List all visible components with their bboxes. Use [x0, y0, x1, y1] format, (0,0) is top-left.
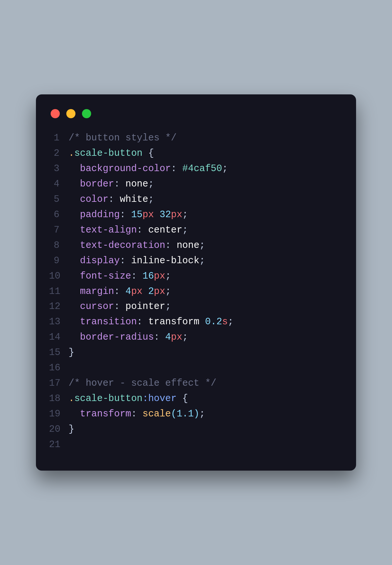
- token: :: [114, 286, 125, 297]
- code-line[interactable]: 9 display: inline-block;: [49, 253, 343, 269]
- token: :: [165, 240, 177, 251]
- token: .: [69, 148, 74, 159]
- token: center: [148, 225, 182, 235]
- line-number: 4: [49, 177, 69, 192]
- line-number: 2: [49, 146, 69, 161]
- line-content[interactable]: [69, 361, 343, 376]
- token: /* button styles */: [69, 133, 177, 143]
- token: none: [177, 240, 200, 251]
- code-line[interactable]: 7 text-align: center;: [49, 223, 343, 238]
- line-content[interactable]: transform: scale(1.1);: [69, 407, 343, 422]
- line-content[interactable]: display: inline-block;: [69, 253, 343, 269]
- code-line[interactable]: 21: [49, 437, 343, 453]
- line-content[interactable]: /* hover - scale effect */: [69, 376, 343, 391]
- token: inline-block: [131, 255, 199, 266]
- zoom-icon[interactable]: [82, 109, 91, 118]
- line-content[interactable]: padding: 15px 32px;: [69, 207, 343, 223]
- code-line[interactable]: 4 border: none;: [49, 177, 343, 192]
- token: px: [171, 209, 182, 220]
- line-content[interactable]: }: [69, 345, 343, 361]
- line-content[interactable]: margin: 4px 2px;: [69, 284, 343, 299]
- token: .: [69, 393, 74, 404]
- token: 15: [131, 209, 142, 220]
- token: ;: [228, 316, 233, 327]
- token: padding: [69, 209, 120, 220]
- token: [154, 209, 159, 220]
- token: transition: [69, 316, 137, 327]
- token: 4: [165, 332, 171, 343]
- line-content[interactable]: border-radius: 4px;: [69, 330, 343, 345]
- line-content[interactable]: color: white;: [69, 192, 343, 207]
- code-line[interactable]: 12 cursor: pointer;: [49, 299, 343, 315]
- line-number: 17: [49, 376, 69, 391]
- line-content[interactable]: cursor: pointer;: [69, 299, 343, 315]
- token: #4caf50: [182, 163, 222, 174]
- code-editor[interactable]: 1/* button styles */2.scale-button {3 ba…: [49, 131, 343, 453]
- code-line[interactable]: 1/* button styles */: [49, 131, 343, 146]
- line-content[interactable]: }: [69, 422, 343, 437]
- token: ;: [222, 163, 228, 174]
- token: border: [69, 179, 114, 189]
- token: ;: [165, 301, 171, 312]
- code-line[interactable]: 11 margin: 4px 2px;: [49, 284, 343, 299]
- token: px: [154, 271, 165, 282]
- code-line[interactable]: 8 text-decoration: none;: [49, 238, 343, 253]
- token: border-radius: [69, 332, 154, 343]
- token: :: [131, 271, 142, 282]
- code-line[interactable]: 16: [49, 361, 343, 376]
- token: 4: [125, 286, 131, 297]
- line-number: 14: [49, 330, 69, 345]
- token: (: [171, 409, 176, 419]
- code-line[interactable]: 5 color: white;: [49, 192, 343, 207]
- token: pointer: [125, 301, 165, 312]
- token: ;: [148, 179, 154, 189]
- token: :: [114, 301, 125, 312]
- code-line[interactable]: 2.scale-button {: [49, 146, 343, 161]
- line-content[interactable]: transition: transform 0.2s;: [69, 315, 343, 330]
- code-line[interactable]: 15}: [49, 345, 343, 361]
- code-line[interactable]: 20}: [49, 422, 343, 437]
- token: transform: [69, 409, 131, 419]
- token: /* hover - scale effect */: [69, 378, 216, 389]
- token: px: [142, 209, 154, 220]
- token: ;: [182, 209, 188, 220]
- line-number: 15: [49, 345, 69, 361]
- close-icon[interactable]: [51, 109, 60, 118]
- line-content[interactable]: .scale-button {: [69, 146, 343, 161]
- line-content[interactable]: text-align: center;: [69, 223, 343, 238]
- line-number: 7: [49, 223, 69, 238]
- code-line[interactable]: 13 transition: transform 0.2s;: [49, 315, 343, 330]
- line-content[interactable]: text-decoration: none;: [69, 238, 343, 253]
- code-line[interactable]: 17/* hover - scale effect */: [49, 376, 343, 391]
- token: 16: [142, 271, 154, 282]
- code-line[interactable]: 14 border-radius: 4px;: [49, 330, 343, 345]
- token: color: [69, 194, 108, 205]
- line-content[interactable]: font-size: 16px;: [69, 269, 343, 284]
- code-line[interactable]: 6 padding: 15px 32px;: [49, 207, 343, 223]
- token: ;: [182, 225, 188, 235]
- code-line[interactable]: 19 transform: scale(1.1);: [49, 407, 343, 422]
- line-content[interactable]: [69, 437, 343, 453]
- token: :: [131, 409, 142, 419]
- line-number: 12: [49, 299, 69, 315]
- line-number: 3: [49, 161, 69, 177]
- line-number: 6: [49, 207, 69, 223]
- code-line[interactable]: 3 background-color: #4caf50;: [49, 161, 343, 177]
- token: 2: [148, 286, 154, 297]
- line-content[interactable]: background-color: #4caf50;: [69, 161, 343, 177]
- token: :: [137, 225, 148, 235]
- code-line[interactable]: 18.scale-button:hover {: [49, 391, 343, 407]
- line-number: 11: [49, 284, 69, 299]
- token: [142, 286, 148, 297]
- minimize-icon[interactable]: [66, 109, 75, 118]
- code-line[interactable]: 10 font-size: 16px;: [49, 269, 343, 284]
- token: :: [108, 194, 120, 205]
- line-content[interactable]: /* button styles */: [69, 131, 343, 146]
- line-content[interactable]: border: none;: [69, 177, 343, 192]
- line-content[interactable]: .scale-button:hover {: [69, 391, 343, 407]
- line-number: 9: [49, 253, 69, 269]
- token: px: [154, 286, 165, 297]
- token: ;: [199, 255, 205, 266]
- token: {: [177, 393, 188, 404]
- token: px: [171, 332, 182, 343]
